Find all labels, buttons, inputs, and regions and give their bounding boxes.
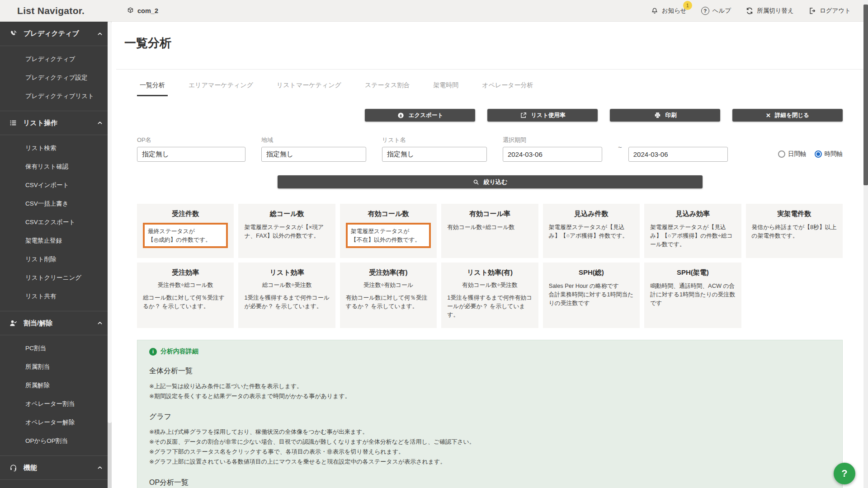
notifications-label: お知らせ: [662, 7, 687, 15]
sidebar-header-predictive[interactable]: プレディクティブ: [0, 22, 112, 46]
printer-icon: [654, 112, 661, 119]
close-details-button[interactable]: ✕ 詳細を閉じる: [732, 109, 843, 122]
area-input[interactable]: [261, 147, 366, 162]
sidebar-item-list-delete[interactable]: リスト削除: [0, 250, 112, 268]
info-line: ※期間設定を長くすると結果データの表示まで時間がかかる事があります。: [149, 391, 830, 401]
list-name-input[interactable]: [382, 147, 487, 162]
date-from-input[interactable]: [503, 147, 602, 162]
card-desc: 架電履歴ステータスが【×現アナ、FAX】以外の件数です。: [244, 223, 329, 240]
card-desc: Sales Per Hour の略称です 合計業務時間に対する1時間当たりの受注…: [549, 282, 634, 308]
card-desc-highlighted: 最終ステータスが 【◎成約】の件数です。: [143, 223, 228, 248]
logout-button[interactable]: ログアウト: [808, 7, 851, 15]
card-formula: 総コール数÷受注数: [244, 282, 329, 289]
info-line-text: ※その反面、データの割合が非常に少ない場合、目視での認識が難しくなりますが全体分…: [149, 437, 475, 447]
sidebar-item-operator-assign[interactable]: オペレーター割当: [0, 394, 112, 413]
metric-cards-grid: 受注件数 最終ステータスが 【◎成約】の件数です。 総コール数 架電履歴ステータ…: [137, 204, 843, 328]
sidebar-item-label: プレディクティブ: [25, 55, 75, 63]
sidebar-item-label: CSVエクスポート: [25, 218, 75, 226]
tab-call-time[interactable]: 架電時間: [430, 81, 461, 96]
chevron-up-icon: [96, 30, 104, 38]
card-title: リスト効率: [244, 268, 329, 277]
sidebar-item-owned-lists[interactable]: 保有リスト確認: [0, 157, 112, 176]
card-effective-call-rate: 有効コール率 有効コール数÷総コール数: [441, 204, 538, 258]
info-line-text: ※グラフ下部のステータス名をクリックする事で、各項目の表示・非表示を切り替えられ…: [149, 447, 404, 457]
period-from-field: 選択期間: [503, 136, 602, 162]
page-scrollbar[interactable]: [863, 0, 868, 488]
sidebar-item-predictive-list[interactable]: プレディクティブリスト: [0, 87, 112, 105]
tab-list-marketing[interactable]: リストマーケティング: [274, 81, 344, 96]
page-scrollbar-thumb[interactable]: [863, 5, 868, 185]
sidebar-item-csv-export[interactable]: CSVエクスポート: [0, 213, 112, 231]
card-desc: 鳴動時間、通話時間、ACW の合計に対する1時間当たりの受注数です: [650, 282, 735, 308]
sidebar-header-label: 割当/解除: [24, 319, 52, 328]
list-name-label: リスト名: [382, 136, 487, 144]
sidebar-item-csv-bulk-overwrite[interactable]: CSV一括上書き: [0, 194, 112, 213]
analysis-details-panel: i 分析内容詳細 全体分析一覧 ※上記一覧は絞り込み条件に基づいた件数を表示しま…: [137, 340, 843, 488]
card-order-efficiency-effective: 受注効率(有) 受注数÷有効コール 有効コール数に対して何％受注するか？ を示し…: [340, 263, 437, 328]
date-range-tilde: ~: [618, 143, 622, 151]
sidebar-item-op-to-op-assign[interactable]: OPからOP割当: [0, 432, 112, 450]
card-desc: 総コール数に対して何％受注するか？ を示しています。: [143, 293, 228, 310]
help-fab-button[interactable]: ?: [834, 463, 855, 484]
filter-search-label: 絞り込む: [484, 178, 508, 186]
bell-icon: [651, 7, 659, 15]
sidebar-item-org-assign[interactable]: 所属割当: [0, 357, 112, 376]
axis-radio-group: 日間軸 時間軸: [778, 150, 843, 158]
workspace-selector[interactable]: com_2: [127, 7, 158, 14]
sidebar-scrollbar-thumb[interactable]: [108, 22, 112, 423]
card-title: SPH(総): [549, 268, 634, 277]
close-icon: ✕: [766, 112, 771, 119]
analysis-tabs: 一覧分析 エリアマーケティング リストマーケティング ステータス割合 架電時間 …: [137, 70, 843, 96]
card-desc: 架電履歴ステータスが【見込み】【○アポ獲得】の件数÷総コール数です。: [650, 223, 735, 249]
sidebar-item-label: プレディクティブ設定: [25, 74, 88, 82]
help-button[interactable]: ? ヘルプ: [701, 7, 731, 15]
filter-search-button[interactable]: 絞り込む: [278, 175, 703, 188]
sidebar-scrollbar[interactable]: [108, 22, 112, 488]
card-desc: 1受注を獲得するまで何件コールが必要か？ を示しています。: [244, 293, 329, 310]
export-button[interactable]: エクスポート: [365, 109, 475, 122]
card-title: 見込み件数: [549, 210, 634, 218]
sidebar-item-list-search[interactable]: リスト検索: [0, 139, 112, 157]
sidebar-header-list-ops[interactable]: リスト操作: [0, 111, 112, 135]
sidebar-item-csv-import[interactable]: CSVインポート: [0, 176, 112, 194]
chevron-up-icon: [96, 319, 104, 327]
notifications-button[interactable]: お知らせ 1: [651, 7, 687, 15]
sidebar-item-list-cleaning[interactable]: リストクリーニング: [0, 268, 112, 287]
list-usage-button[interactable]: リスト使用率: [487, 109, 598, 122]
sidebar-item-list-share[interactable]: リスト共有: [0, 287, 112, 305]
download-circle-icon: [397, 112, 405, 119]
tab-list-analysis[interactable]: 一覧分析: [137, 81, 168, 96]
op-name-input[interactable]: [137, 147, 245, 162]
sidebar-item-label: OPからOP割当: [25, 437, 68, 445]
area-label: 地域: [261, 136, 366, 144]
card-order-efficiency: 受注効率 受注件数÷総コール数 総コール数に対して何％受注するか？ を示していま…: [137, 263, 234, 328]
sidebar-header-assign[interactable]: 割当/解除: [0, 311, 112, 335]
print-label: 印刷: [665, 112, 677, 119]
print-button[interactable]: 印刷: [610, 109, 720, 122]
sidebar-item-predictive-settings[interactable]: プレディクティブ設定: [0, 68, 112, 87]
sidebar-item-operator-unassign[interactable]: オペレーター解除: [0, 413, 112, 432]
card-actual-calls: 実架電件数 発信から終話までが【8秒】以上の架電件数です。: [746, 204, 843, 258]
sidebar-item-org-unassign[interactable]: 所属解除: [0, 376, 112, 394]
sidebar-item-admin-call[interactable]: 管理者架電: [0, 483, 112, 488]
sidebar-item-call-block-register[interactable]: 架電禁止登録: [0, 231, 112, 250]
tab-operator-analysis[interactable]: オペレーター分析: [479, 81, 536, 96]
date-to-input[interactable]: [628, 147, 728, 162]
axis-hour-radio[interactable]: 時間軸: [815, 150, 843, 158]
cube-icon: [127, 7, 134, 14]
tab-status-ratio[interactable]: ステータス割合: [362, 81, 412, 96]
sidebar-item-pc-assign[interactable]: PC割当: [0, 339, 112, 357]
switch-org-button[interactable]: 所属切り替え: [745, 7, 794, 15]
search-icon: [472, 178, 480, 186]
card-formula: 受注数÷有効コール: [346, 282, 431, 289]
list-name-field: リスト名: [382, 136, 487, 162]
card-total-calls: 総コール数 架電履歴ステータスが【×現アナ、FAX】以外の件数です。: [238, 204, 335, 258]
card-desc: 発信から終話までが【8秒】以上の架電件数です。: [752, 223, 837, 240]
sidebar-item-predictive[interactable]: プレディクティブ: [0, 50, 112, 68]
sidebar-header-functions[interactable]: 機能: [0, 455, 112, 480]
card-title: 受注効率: [143, 268, 228, 277]
axis-day-radio[interactable]: 日間軸: [778, 150, 807, 158]
tab-area-marketing[interactable]: エリアマーケティング: [186, 81, 256, 96]
refresh-icon: [745, 7, 754, 15]
card-title: 見込み効率: [650, 210, 735, 218]
